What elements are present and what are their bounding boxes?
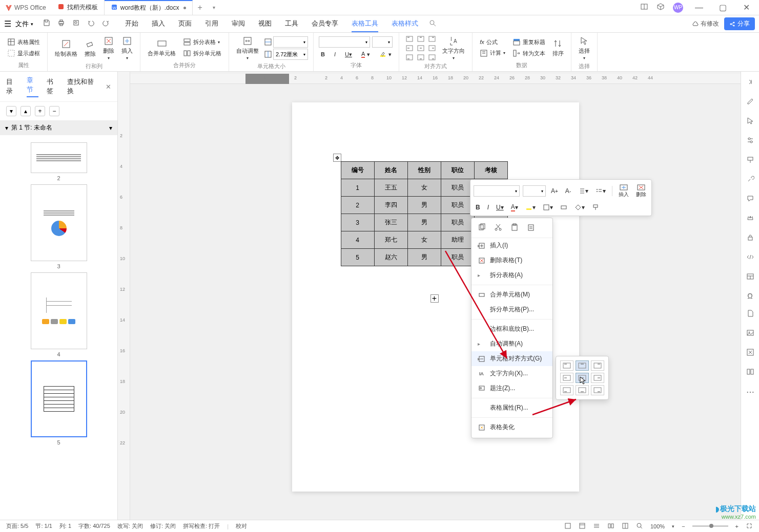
mini-font-color[interactable]: A▾ [509, 202, 520, 212]
fly-align-mr[interactable] [591, 373, 604, 383]
rs-image-icon[interactable] [746, 329, 754, 339]
zoom-in[interactable]: + [735, 523, 739, 529]
add-tab-button[interactable]: + [193, 3, 208, 12]
nav-sections[interactable]: 章节 [27, 76, 39, 97]
tab-dropdown[interactable]: ▾ [208, 5, 220, 10]
cm-delete-table[interactable]: 删除表格(T) [471, 253, 552, 268]
cm-cell-align[interactable]: 单元格对齐方式(G)▸ [471, 351, 552, 366]
view-mode-4[interactable] [607, 522, 614, 530]
zoom-mode[interactable] [636, 522, 643, 530]
table-properties-button[interactable]: 表格属性 [5, 37, 42, 47]
cm-merge-cell[interactable]: 合并单元格(M) [471, 287, 552, 302]
nav-find-replace[interactable]: 查找和替换 [67, 77, 97, 96]
align-mid-right[interactable] [427, 44, 437, 52]
hamburger-icon[interactable]: ☰ [4, 19, 11, 29]
cm-copy-icon[interactable] [478, 223, 486, 233]
thumb-page-5[interactable]: 5 [4, 360, 113, 445]
font-size-combo[interactable]: ▾ [372, 36, 393, 48]
menu-table-tools[interactable]: 表格工具 [352, 16, 378, 32]
status-proof[interactable]: 校对 [236, 522, 247, 530]
merge-cells-button[interactable]: 合并单元格 [146, 37, 178, 58]
align-mid-center[interactable] [416, 44, 426, 52]
mini-grow-font[interactable]: A+ [549, 186, 560, 196]
cm-border[interactable]: 边框和底纹(B)... [471, 322, 552, 336]
rs-lock-icon[interactable] [746, 233, 754, 244]
rs-select-icon[interactable] [746, 117, 754, 127]
delete-button[interactable]: 删除▾ [101, 35, 116, 61]
table-add-row-button[interactable]: + [430, 294, 439, 303]
status-page[interactable]: 页面: 5/5 [6, 522, 28, 530]
align-bot-center[interactable] [416, 53, 426, 61]
mini-italic[interactable]: I [485, 203, 491, 212]
sort-button[interactable]: 排序 [550, 37, 566, 58]
rs-omega-icon[interactable]: Ω [747, 292, 752, 300]
cm-text-direction[interactable]: IA文字方向(X)... [471, 366, 552, 381]
cm-insert[interactable]: 插入(I)▸ [471, 238, 552, 253]
split-cells-button[interactable]: 拆分单元格 [181, 48, 223, 58]
mini-merge[interactable] [558, 203, 569, 212]
formula-button[interactable]: fx 公式 [478, 37, 507, 47]
minimize-button[interactable]: — [691, 3, 707, 12]
cm-table-properties[interactable]: 表格属性(R)... [471, 400, 552, 415]
mini-delete-button[interactable]: 删除 [634, 183, 648, 199]
rs-code-icon[interactable] [746, 253, 754, 263]
align-bot-left[interactable] [404, 53, 415, 61]
view-mode-2[interactable] [579, 522, 586, 530]
menu-table-style[interactable]: 表格样式 [392, 16, 418, 32]
show-gridlines-button[interactable]: 显示虚框 [5, 48, 42, 58]
menu-view[interactable]: 视图 [258, 16, 272, 32]
row-height-input[interactable]: ▾ [273, 36, 308, 48]
mini-font-size[interactable]: ▾ [523, 185, 546, 197]
menu-tools[interactable]: 工具 [285, 16, 298, 32]
menu-member[interactable]: 会员专享 [312, 16, 338, 32]
collapse-down-button[interactable]: ▾ [6, 106, 16, 116]
select-button[interactable]: 选择▾ [577, 35, 592, 61]
to-text-button[interactable]: 转为文本 [510, 48, 547, 58]
cm-split-table[interactable]: 拆分表格(A)▸ [471, 268, 552, 283]
calc-button[interactable]: 计算▾ [478, 48, 507, 58]
italic-button[interactable]: I [332, 50, 338, 59]
mini-border[interactable]: ▾ [541, 203, 555, 212]
redo-icon[interactable] [102, 19, 110, 29]
rs-crown-icon[interactable] [746, 214, 754, 224]
view-mode-1[interactable] [564, 522, 571, 530]
fly-align-bc[interactable] [576, 385, 589, 395]
view-mode-3[interactable] [593, 522, 600, 530]
nav-toc[interactable]: 目录 [6, 77, 18, 96]
cm-caption[interactable]: 题注(Z)... [471, 381, 552, 396]
search-icon[interactable] [428, 19, 437, 29]
status-column[interactable]: 列: 1 [59, 522, 71, 530]
rs-split-icon[interactable] [746, 368, 754, 378]
close-sidebar-icon[interactable]: ✕ [106, 83, 111, 91]
mini-bold[interactable]: B [474, 203, 482, 212]
collapse-up-button[interactable]: ▴ [20, 106, 31, 116]
fly-align-tl[interactable] [560, 360, 573, 371]
remove-section-button[interactable]: − [49, 106, 59, 116]
rs-paint-icon[interactable] [746, 156, 754, 166]
mini-shading[interactable]: ▾ [572, 203, 587, 212]
file-menu[interactable]: 文件▾ [11, 17, 37, 31]
mini-insert-button[interactable]: 插入 [617, 183, 631, 199]
rs-layout-icon[interactable] [746, 272, 754, 283]
user-avatar[interactable]: WP [673, 3, 683, 13]
cm-beautify[interactable]: 表格美化 [471, 420, 552, 435]
tab-document[interactable]: W word教程（新）.docx [105, 0, 193, 15]
add-section-button[interactable]: + [35, 106, 45, 116]
fly-align-bl[interactable] [560, 385, 573, 395]
thumb-page-2[interactable]: 2 [4, 142, 113, 181]
menu-page[interactable]: 页面 [178, 16, 192, 32]
zoom-dropdown[interactable]: ▾ [672, 524, 674, 529]
erase-button[interactable]: 擦除 [83, 38, 98, 59]
cm-cut-icon[interactable] [494, 223, 502, 233]
zoom-out[interactable]: − [682, 523, 685, 529]
table-move-handle[interactable]: ✥ [333, 154, 341, 162]
modify-status[interactable]: 有修改 [691, 19, 719, 28]
tab-template[interactable]: 找稻壳模板 [51, 0, 105, 15]
split-table-button[interactable]: 拆分表格▾ [181, 37, 223, 47]
align-mid-left[interactable] [404, 44, 415, 52]
repeat-header-button[interactable]: 重复标题 [510, 37, 547, 47]
print-preview-icon[interactable] [72, 19, 80, 29]
thumb-page-4[interactable]: 4 [4, 272, 113, 357]
draw-table-button[interactable]: 绘制表格 [53, 38, 79, 59]
rs-settings-icon[interactable] [746, 136, 754, 146]
